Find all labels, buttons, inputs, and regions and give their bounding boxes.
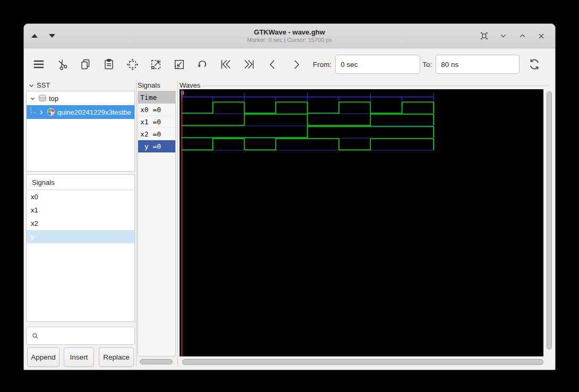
waves-hscrollbar[interactable] [180, 359, 548, 365]
wave-canvas-svg: 0 [180, 89, 543, 356]
zoom-fit-icon[interactable] [124, 56, 141, 73]
wave-name-row-y[interactable]: y =0 [138, 140, 175, 152]
expander-closed-icon[interactable] [37, 109, 45, 115]
time-header[interactable]: Time [138, 91, 175, 104]
expander-open-icon[interactable] [29, 96, 36, 101]
list-item-y[interactable]: y [27, 230, 134, 243]
from-label: From: [313, 61, 331, 69]
list-item-x2[interactable]: x2 [27, 217, 134, 230]
module-icon [38, 94, 47, 103]
search-icon [31, 331, 40, 340]
go-next-icon[interactable] [287, 56, 304, 73]
tree-item-label: quine20241229x3testbe [57, 108, 131, 116]
paned-separator-right[interactable] [177, 80, 178, 367]
to-label: To: [422, 61, 432, 69]
sst-label: SST [37, 81, 50, 90]
shade-down-icon[interactable] [49, 34, 55, 38]
waves-vscrollbar[interactable] [545, 89, 553, 356]
tile-icon[interactable] [478, 30, 490, 42]
paste-icon[interactable] [100, 56, 117, 73]
minimize-icon[interactable] [497, 30, 509, 42]
titlebar-left-controls [31, 24, 55, 48]
tree-item-top[interactable]: top [27, 91, 134, 105]
signal-search-field[interactable] [26, 327, 135, 345]
menu-icon[interactable] [30, 56, 47, 73]
go-first-icon[interactable] [217, 56, 234, 73]
copy-icon[interactable] [77, 56, 94, 73]
zoom-in-icon[interactable] [147, 56, 164, 73]
marker-cursor-statusline: Marker: 0 sec | Cursor: 15700 ps [24, 37, 555, 44]
tree-connector [31, 107, 36, 113]
desktop: { "window": { "title": "GTKWave - wave.g… [0, 0, 579, 392]
wave-name-row-x2[interactable]: x2 =0 [138, 128, 175, 140]
to-input[interactable] [436, 55, 520, 74]
cut-icon[interactable] [54, 56, 71, 73]
scrollbar-thumb[interactable] [182, 359, 543, 365]
name-column-hscrollbar[interactable] [139, 359, 175, 365]
signal-list-header: Signals [27, 175, 134, 190]
reload-icon[interactable] [526, 56, 543, 73]
wave-canvas[interactable]: 0 [180, 89, 543, 356]
insert-button[interactable]: Insert [64, 347, 94, 367]
wave-name-row-x0[interactable]: x0 =0 [138, 104, 175, 116]
hierarchy-icon [47, 108, 55, 116]
zoom-out-icon[interactable] [171, 56, 188, 73]
go-last-icon[interactable] [241, 56, 258, 73]
toolbar: From: To: [24, 48, 555, 80]
titlebar-text: GTKWave - wave.ghw Marker: 0 sec | Curso… [24, 28, 555, 44]
gtkwave-window: GTKWave - wave.ghw Marker: 0 sec | Curso… [23, 23, 556, 370]
undo-icon[interactable] [194, 56, 211, 73]
go-previous-icon[interactable] [264, 56, 281, 73]
main-content: SST top [24, 80, 555, 370]
titlebar: GTKWave - wave.ghw Marker: 0 sec | Curso… [24, 24, 555, 48]
list-item-x1[interactable]: x1 [27, 203, 134, 217]
maximize-icon[interactable] [516, 30, 529, 42]
shade-up-icon[interactable] [31, 34, 38, 38]
signal-list-panel: Signals x0 x1 x2 y [26, 174, 135, 322]
frame-line [202, 86, 550, 86]
scrollbar-thumb[interactable] [547, 91, 552, 350]
wave-name-row-x1[interactable]: x1 =0 [138, 116, 175, 128]
sst-expander[interactable]: SST [28, 81, 50, 90]
tree-item-label: top [49, 95, 58, 103]
signals-frame-label: Signals [138, 81, 160, 90]
append-button[interactable]: Append [27, 347, 59, 367]
signal-name-column: Time x0 =0 x1 =0 x2 =0 y =0 [138, 91, 176, 356]
titlebar-right-controls [478, 24, 548, 48]
tree-item-quine[interactable]: quine20241229x3testbe [27, 105, 134, 119]
window-title: GTKWave - wave.ghw [24, 28, 555, 37]
replace-button[interactable]: Replace [99, 347, 134, 367]
close-icon[interactable] [535, 30, 548, 42]
paned-separator-left[interactable] [136, 80, 137, 367]
chevron-down-icon [28, 82, 35, 89]
list-item-x0[interactable]: x0 [27, 190, 134, 203]
scrollbar-thumb[interactable] [140, 359, 173, 364]
sst-tree: top quine20241229x3testbe [26, 91, 135, 172]
from-input[interactable] [335, 55, 420, 74]
